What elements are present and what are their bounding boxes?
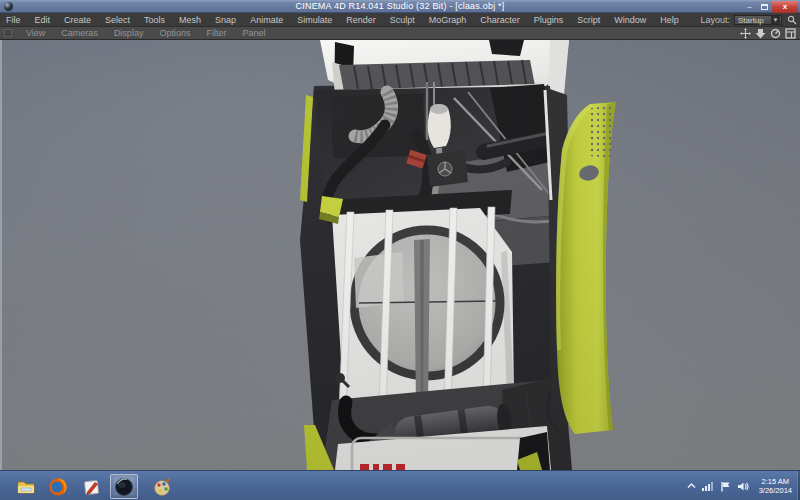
menu-item-mograph[interactable]: MoGraph (422, 15, 474, 25)
viewport-layout-icon[interactable] (785, 28, 796, 39)
menu-item-character[interactable]: Character (473, 15, 527, 25)
menu-item-animate[interactable]: Animate (243, 15, 290, 25)
taskbar-cinema4d-button[interactable] (110, 474, 138, 499)
taskbar-firefox-button[interactable] (44, 474, 72, 499)
firefox-icon (48, 477, 68, 497)
taskbar-sketch-app-button[interactable] (78, 474, 106, 499)
viewport-vignette (2, 40, 800, 470)
vtool-panel[interactable]: Panel (234, 28, 273, 38)
menu-item-window[interactable]: Window (607, 15, 653, 25)
vtool-view[interactable]: View (18, 28, 53, 38)
cinema4d-window: CINEMA 4D R14.041 Studio (32 Bit) - [cla… (0, 0, 800, 500)
clock[interactable]: 2:15 AM 3/26/2014 (755, 477, 796, 495)
restore-icon (761, 4, 768, 10)
menu-item-file[interactable]: File (0, 15, 28, 25)
vtool-filter[interactable]: Filter (198, 28, 234, 38)
taskbar: 2:15 AM 3/26/2014 (0, 470, 800, 500)
taskbar-file-explorer-button[interactable] (12, 474, 40, 499)
menu-item-select[interactable]: Select (98, 15, 137, 25)
pencil-app-icon (82, 477, 102, 497)
menu-item-snap[interactable]: Snap (208, 15, 243, 25)
menu-item-render[interactable]: Render (339, 15, 383, 25)
paint-palette-icon (152, 477, 172, 497)
viewport-3d[interactable] (0, 40, 800, 470)
restore-button[interactable] (757, 1, 772, 13)
menubar: File Edit Create Select Tools Mesh Snap … (0, 13, 800, 27)
menu-item-tools[interactable]: Tools (137, 15, 172, 25)
folder-icon (16, 477, 36, 497)
search-icon[interactable] (787, 15, 797, 25)
window-title: CINEMA 4D R14.041 Studio (32 Bit) - [cla… (0, 1, 800, 11)
viewport-toolbar: View Cameras Display Options Filter Pane… (0, 27, 800, 40)
tray-date: 3/26/2014 (759, 486, 792, 495)
hidden-icons-arrow[interactable] (687, 482, 696, 490)
menu-item-sculpt[interactable]: Sculpt (383, 15, 422, 25)
minimize-button[interactable]: – (742, 1, 757, 13)
close-button[interactable]: x (772, 1, 798, 13)
menu-item-script[interactable]: Script (570, 15, 607, 25)
menu-item-edit[interactable]: Edit (28, 15, 58, 25)
menu-item-create[interactable]: Create (57, 15, 98, 25)
menu-item-mesh[interactable]: Mesh (172, 15, 208, 25)
taskbar-paint-app-button[interactable] (148, 474, 176, 499)
tray-time: 2:15 AM (759, 477, 792, 486)
menu-item-plugins[interactable]: Plugins (527, 15, 571, 25)
cinema4d-icon (114, 477, 134, 497)
layout-select[interactable]: Startup ▼ (734, 15, 782, 25)
speaker-icon[interactable] (737, 481, 749, 492)
system-tray: 2:15 AM 3/26/2014 (687, 471, 796, 500)
vtool-display[interactable]: Display (106, 28, 152, 38)
down-arrow-icon[interactable] (755, 28, 766, 39)
viewport-menu-icon[interactable] (4, 29, 12, 37)
vtool-options[interactable]: Options (151, 28, 198, 38)
chevron-down-icon: ▼ (771, 16, 780, 24)
vtool-cameras[interactable]: Cameras (53, 28, 106, 38)
titlebar[interactable]: CINEMA 4D R14.041 Studio (32 Bit) - [cla… (0, 0, 800, 13)
menu-item-simulate[interactable]: Simulate (290, 15, 339, 25)
move-icon[interactable] (740, 28, 751, 39)
layout-value: Startup (738, 16, 764, 25)
network-icon[interactable] (702, 481, 714, 491)
menu-item-help[interactable]: Help (653, 15, 686, 25)
action-center-flag-icon[interactable] (720, 481, 731, 492)
rotate-icon[interactable] (770, 28, 781, 39)
layout-label: Layout: (700, 15, 730, 25)
